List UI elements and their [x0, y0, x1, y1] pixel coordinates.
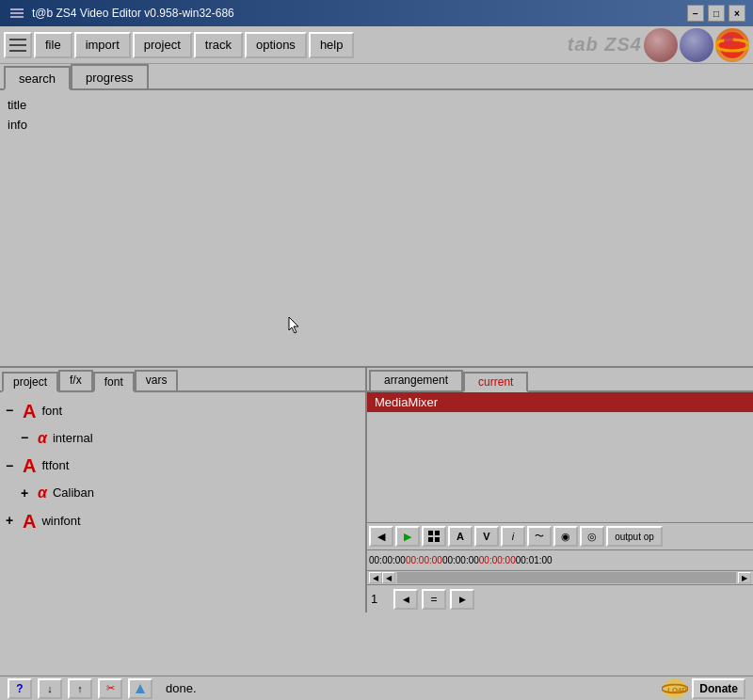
track-menu[interactable]: track — [194, 32, 243, 58]
project-menu[interactable]: project — [133, 32, 192, 58]
content-info: info — [8, 116, 745, 135]
logo-images — [644, 28, 749, 62]
toggle-minus-2: − — [21, 429, 32, 448]
svg-rect-9 — [428, 531, 433, 535]
maximize-button[interactable]: □ — [708, 5, 725, 22]
svg-rect-10 — [435, 531, 440, 535]
font-icon-A-3: A — [23, 453, 36, 479]
status-left: ? ↓ ↑ ✂ done. — [8, 678, 197, 699]
tab-progress[interactable]: progress — [71, 64, 149, 88]
a-button[interactable]: A — [448, 526, 473, 547]
left-tab-project[interactable]: project — [2, 372, 58, 392]
svg-text:LO4D: LO4D — [667, 685, 687, 693]
tab-bar: search progress — [0, 64, 753, 90]
import-menu[interactable]: import — [74, 32, 131, 58]
media-mixer-row[interactable]: MediaMixer — [367, 392, 753, 412]
toggle-minus-1: − — [6, 402, 17, 421]
menu-icon-button[interactable] — [4, 32, 32, 58]
font-label-5: winfont — [41, 513, 80, 530]
right-panel: arrangement current MediaMixer ◀ ▶ A V i… — [367, 368, 753, 612]
play-forward-button[interactable]: ▶ — [395, 526, 420, 547]
left-tab-fx[interactable]: f/x — [58, 370, 93, 390]
svg-rect-4 — [9, 44, 26, 46]
logo-face1 — [644, 28, 678, 62]
svg-rect-12 — [435, 537, 440, 542]
list-item[interactable]: − A ftfont — [6, 451, 360, 481]
window-title: t@b ZS4 Video Editor v0.958-win32-686 — [32, 7, 234, 20]
font-list: − A font − α internal − A ftfont + α Cal… — [0, 392, 365, 612]
go-prev-button[interactable]: ◀ — [393, 589, 418, 610]
list-item[interactable]: + A winfont — [6, 506, 360, 536]
title-bar: t@b ZS4 Video Editor v0.958-win32-686 − … — [0, 0, 753, 26]
svg-marker-13 — [136, 684, 145, 693]
time-seg-5: 00:01:00 — [516, 555, 553, 565]
go-next-button[interactable]: ▶ — [450, 589, 474, 610]
main-content: title info — [0, 90, 753, 368]
list-item[interactable]: + α Caliban — [6, 481, 360, 505]
font-label-3: ftfont — [41, 457, 69, 474]
time-seg-1: 00:00:00 — [369, 555, 406, 565]
play-back-button[interactable]: ◀ — [369, 526, 393, 547]
scroll-left-button[interactable]: ◀ — [369, 572, 382, 583]
logo-face2 — [680, 28, 713, 62]
status-text: done. — [166, 681, 197, 695]
svg-rect-2 — [10, 16, 24, 18]
export-footer-button[interactable]: ↑ — [68, 678, 92, 699]
time-seg-3: 00:00:00 — [442, 555, 479, 565]
list-item[interactable]: − α internal — [6, 426, 360, 451]
help-menu[interactable]: help — [309, 32, 355, 58]
font-icon-A-1: A — [23, 398, 36, 424]
close-button[interactable]: × — [729, 5, 745, 22]
circle-button[interactable]: ◎ — [580, 526, 604, 547]
lo4d-icon: LO4D — [662, 676, 688, 701]
font-icon-A-5: A — [23, 508, 36, 534]
font-label-2: internal — [53, 430, 93, 447]
svg-rect-3 — [9, 39, 26, 40]
bottom-controls: 1 ◀ = ▶ — [367, 584, 753, 612]
left-tab-vars[interactable]: vars — [135, 370, 179, 390]
font-icon-a-4: α — [38, 483, 47, 503]
donate-button[interactable]: Donate — [692, 678, 745, 699]
help-button[interactable]: ? — [8, 678, 32, 699]
content-title: title — [8, 96, 745, 116]
nav-footer-button[interactable] — [128, 678, 152, 699]
bottom-panel: project f/x font vars − A font − α inter… — [0, 368, 753, 612]
time-seg-2: 00:00:00 — [406, 555, 442, 565]
right-tab-arrangement[interactable]: arrangement — [369, 370, 463, 390]
logo-planet — [715, 28, 749, 62]
title-icon — [8, 0, 26, 26]
svg-rect-11 — [428, 537, 433, 542]
font-label-4: Caliban — [53, 485, 94, 501]
minimize-button[interactable]: − — [687, 5, 704, 22]
v-button[interactable]: V — [474, 526, 499, 547]
toggle-minus-3: − — [6, 457, 17, 476]
record-button[interactable]: ◉ — [553, 526, 578, 547]
options-menu[interactable]: options — [245, 32, 307, 58]
scroll-right-button[interactable]: ▶ — [738, 572, 751, 583]
svg-rect-1 — [10, 12, 24, 14]
tab-search[interactable]: search — [4, 66, 71, 90]
svg-point-8 — [724, 35, 733, 44]
file-menu[interactable]: file — [34, 32, 72, 58]
go-equal-button[interactable]: = — [422, 589, 446, 610]
playback-bar: ◀ ▶ A V i 〜 ◉ ◎ output op — [367, 522, 753, 550]
left-panel: project f/x font vars − A font − α inter… — [0, 368, 367, 612]
stop-button[interactable] — [422, 526, 446, 547]
cut-footer-button[interactable]: ✂ — [98, 678, 122, 699]
scroll-track[interactable] — [397, 572, 736, 583]
import-footer-button[interactable]: ↓ — [38, 678, 62, 699]
font-icon-a-2: α — [38, 428, 47, 449]
wave-button[interactable]: 〜 — [527, 526, 552, 547]
time-seg-4: 00:00:00 — [479, 555, 516, 565]
list-item[interactable]: − A font — [6, 396, 360, 426]
counter-display: 1 — [371, 592, 390, 606]
info-button[interactable]: i — [501, 526, 525, 547]
lo4d-logo: LO4D Donate — [662, 676, 745, 701]
scroll-left2-button[interactable]: ◀ — [382, 572, 395, 583]
svg-rect-5 — [9, 50, 26, 52]
right-tab-current[interactable]: current — [463, 372, 528, 392]
output-op-button[interactable]: output op — [606, 526, 663, 547]
timeline-bar: 00:00:00 00:00:00 00:00:00 00:00:00 00:0… — [367, 550, 753, 571]
left-tab-font[interactable]: font — [93, 372, 135, 392]
toggle-plus-4: + — [21, 485, 32, 503]
